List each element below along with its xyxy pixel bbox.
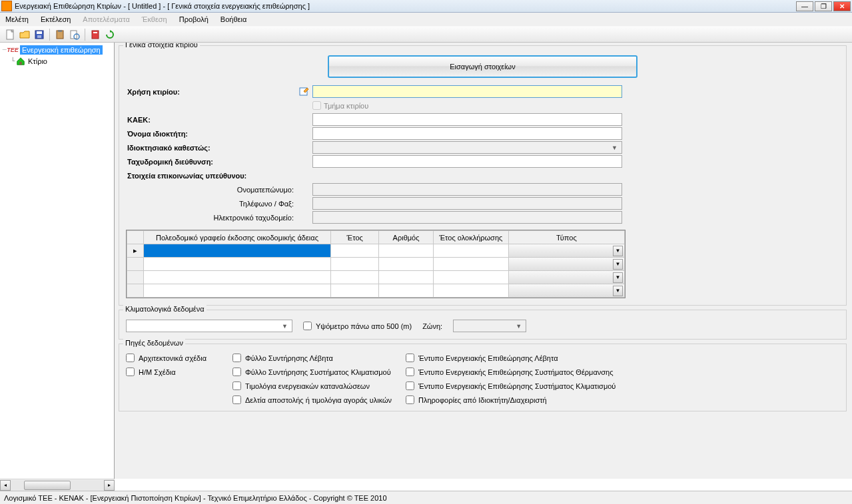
table-row[interactable]: ▸ ▼	[127, 244, 625, 258]
svg-rect-10	[19, 61, 22, 64]
maximize-button[interactable]: ❐	[815, 1, 832, 11]
toolbar	[0, 26, 852, 43]
window-title: Ενεργειακή Επιθεώρηση Κτιρίων - [ Untitl…	[15, 2, 796, 10]
col-number[interactable]: Αριθμός	[379, 231, 434, 244]
tree-label: Κτίριο	[28, 57, 47, 65]
ownership-combo[interactable]: ▼	[312, 141, 622, 154]
scroll-thumb[interactable]	[24, 481, 71, 490]
type-combo[interactable]: ▼	[509, 244, 624, 257]
col-year[interactable]: Έτος	[331, 231, 379, 244]
chevron-down-icon: ▼	[613, 272, 623, 283]
table-row[interactable]: ▼	[127, 271, 625, 284]
fullname-input[interactable]	[312, 183, 622, 196]
type-combo[interactable]: ▼	[509, 258, 624, 270]
calc-icon[interactable]	[89, 29, 101, 41]
src-arch[interactable]: Αρχιτεκτονικά σχέδια	[126, 354, 232, 362]
group-climate-title: Κλιματολογικά δεδομένα	[123, 305, 207, 313]
use-label: Χρήση κτιρίου:	[126, 88, 299, 96]
tee-icon: TEE	[7, 45, 18, 55]
scroll-right-button[interactable]: ▸	[104, 480, 115, 491]
src-ac-sheet[interactable]: Φύλλο Συντήρησης Συστήματος Κλιματισμού	[232, 368, 406, 376]
src-hm[interactable]: Η/Μ Σχέδια	[126, 368, 232, 376]
menu-help[interactable]: Βοήθεια	[220, 15, 246, 23]
new-icon[interactable]	[4, 29, 16, 41]
scroll-left-button[interactable]: ◂	[0, 480, 11, 491]
row-indicator: ▸	[127, 244, 144, 258]
altitude-checkbox[interactable]: Υψόμετρο πάνω απο 500 (m)	[303, 322, 412, 330]
toolbar-separator	[49, 29, 50, 41]
menu-study[interactable]: Μελέτη	[5, 15, 29, 23]
svg-rect-3	[37, 35, 41, 38]
contact-label: Στοιχεία επικοινωνίας υπεύθυνου:	[126, 172, 299, 180]
minimize-button[interactable]: —	[796, 1, 813, 11]
use-input[interactable]	[312, 85, 622, 98]
toolbar-separator-2	[85, 29, 85, 41]
col-type[interactable]: Τύπος	[508, 231, 624, 244]
permits-grid[interactable]: Πολεοδομικό γραφείο έκδοσης οικοδομικής …	[126, 230, 626, 298]
tree-label: Ενεργειακή επιθεώρηση	[20, 45, 103, 55]
chevron-down-icon: ▼	[280, 323, 290, 330]
address-input[interactable]	[312, 155, 622, 168]
col-office[interactable]: Πολεοδομικό γραφείο έκδοσης οικοδομικής …	[143, 231, 331, 244]
svg-rect-8	[92, 31, 99, 39]
house-icon	[15, 57, 26, 66]
phone-input[interactable]	[312, 197, 622, 210]
src-owner-info[interactable]: Πληροφορίες από Ιδιοκτήτη/Διαχειριστή	[406, 395, 632, 404]
preview-icon[interactable]	[69, 29, 81, 41]
email-label: Ηλεκτρονικό ταχυδομείο:	[126, 214, 299, 222]
owner-input[interactable]	[312, 127, 622, 140]
table-row[interactable]: ▼	[127, 284, 625, 298]
climate-combo[interactable]: ▼	[126, 320, 292, 332]
src-insp-boiler[interactable]: Έντυπο Ενεργειακής Επιθεώρησης Λέβητα	[406, 354, 632, 362]
group-general: Γενικά στοιχεία κτιρίου Εισαγωγή στοιχεί…	[119, 45, 847, 306]
chevron-down-icon: ▼	[613, 246, 623, 256]
menu-report[interactable]: Έκθεση	[142, 15, 167, 23]
menu-view[interactable]: Προβολή	[179, 15, 209, 23]
type-combo[interactable]: ▼	[509, 271, 624, 284]
col-completion[interactable]: Έτος ολοκλήρωσης	[434, 231, 509, 244]
svg-rect-5	[58, 30, 62, 32]
chevron-down-icon: ▼	[610, 144, 620, 151]
table-row[interactable]: ▼	[127, 258, 625, 271]
src-boiler-sheet[interactable]: Φύλλο Συντήρησης Λέβητα	[232, 354, 406, 362]
paste-icon[interactable]	[54, 29, 66, 41]
chevron-down-icon: ▼	[514, 323, 524, 330]
import-button[interactable]: Εισαγωγή στοιχείων	[328, 55, 638, 78]
section-checkbox[interactable]: Τμήμα κτιρίου	[312, 101, 368, 110]
close-button[interactable]: ✕	[833, 1, 851, 11]
chevron-down-icon: ▼	[613, 286, 623, 296]
save-icon[interactable]	[33, 29, 45, 41]
src-insp-ac[interactable]: Έντυπο Ενεργειακής Επιθεώρησης Συστήματο…	[406, 381, 632, 390]
email-input[interactable]	[312, 211, 622, 224]
phone-label: Τηλέφωνο / Φαξ:	[126, 200, 299, 208]
src-delivery[interactable]: Δελτία αποστολής ή τιμολόγια αγοράς υλικ…	[232, 395, 406, 404]
fullname-label: Ονοματεπώνυμο:	[126, 186, 299, 194]
edit-icon[interactable]	[299, 87, 310, 97]
ownership-label: Ιδιοκτησιακό καθεστώς:	[126, 144, 299, 152]
group-general-title: Γενικά στοιχεία κτιρίου	[123, 43, 200, 49]
menu-execute[interactable]: Εκτέλεση	[41, 15, 71, 23]
menu-results[interactable]: Αποτελέσματα	[83, 15, 129, 23]
open-icon[interactable]	[19, 29, 31, 41]
address-label: Ταχυδρομική διεύθυνση:	[126, 158, 299, 166]
app-icon	[1, 1, 12, 11]
titlebar: Ενεργειακή Επιθεώρηση Κτιρίων - [ Untitl…	[0, 0, 852, 13]
content-panel: Γενικά στοιχεία κτιρίου Εισαγωγή στοιχεί…	[115, 43, 852, 479]
zone-label: Ζώνη:	[422, 322, 442, 330]
menubar: Μελέτη Εκτέλεση Αποτελέσματα Έκθεση Προβ…	[0, 13, 852, 26]
tree-panel: ┈ TEE Ενεργειακή επιθεώρηση └ Κτίριο	[0, 43, 115, 479]
svg-rect-9	[93, 32, 97, 33]
owner-label: Όνομα ιδιοκτήτη:	[126, 130, 299, 138]
chevron-down-icon: ▼	[613, 259, 623, 270]
tree-item-building[interactable]: └ Κτίριο	[1, 55, 113, 67]
src-invoices[interactable]: Τιμολόγια ενεργειακών καταναλώσεων	[232, 381, 406, 390]
zone-combo[interactable]: ▼	[453, 320, 526, 332]
tree-hscroll[interactable]: ◂ ▸	[0, 479, 115, 491]
src-insp-heating[interactable]: Έντυπο Ενεργειακής Επιθεώρησης Συστήματο…	[406, 368, 632, 376]
kaek-label: ΚΑΕΚ:	[126, 116, 299, 124]
refresh-icon[interactable]	[104, 29, 116, 41]
statusbar: Λογισμικό ΤΕΕ - ΚΕΝΑΚ - [Ενεργειακή Πιστ…	[0, 491, 852, 504]
tree-item-inspection[interactable]: ┈ TEE Ενεργειακή επιθεώρηση	[1, 44, 113, 55]
kaek-input[interactable]	[312, 113, 622, 126]
type-combo[interactable]: ▼	[509, 284, 624, 297]
